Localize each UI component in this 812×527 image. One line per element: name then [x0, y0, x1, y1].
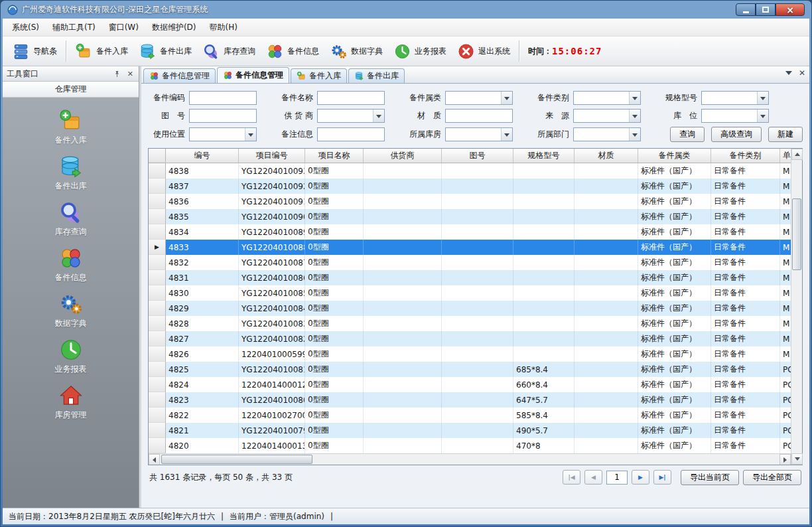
- material-input[interactable]: [445, 109, 513, 123]
- page-number-input[interactable]: [606, 471, 628, 485]
- sidebar-item-parts-info[interactable]: 备件信息: [55, 246, 87, 283]
- sidebar-item-parts-in[interactable]: 备件入库: [55, 108, 87, 146]
- supplier-select[interactable]: [317, 109, 385, 123]
- row-selector[interactable]: [149, 163, 166, 179]
- toolbar-exit-system-button[interactable]: 退出系统: [452, 40, 515, 63]
- row-selector[interactable]: [149, 270, 166, 285]
- sidebar-item-parts-out[interactable]: 备件出库: [55, 154, 87, 192]
- table-row[interactable]: 482212204010027000型圈585*8.4标准件（国产）日常备件PC: [149, 408, 791, 423]
- row-selector[interactable]: [149, 285, 166, 301]
- table-row[interactable]: 4834YG122040100890型圈标准件（国产）日常备件M: [149, 224, 791, 240]
- table-row[interactable]: 482012204014000130型圈470*8标准件（国产）日常备件PC: [149, 438, 791, 453]
- menu-item-system[interactable]: 系统(S): [5, 19, 46, 37]
- horizontal-scrollbar[interactable]: [149, 453, 791, 465]
- table-row[interactable]: 4828YG122040100830型圈标准件（国产）日常备件M: [149, 316, 791, 331]
- table-row[interactable]: 4829YG122040100840型圈标准件（国产）日常备件M: [149, 301, 791, 316]
- menu-item-data-maintenance[interactable]: 数据维护(D): [145, 19, 203, 37]
- department-select[interactable]: [573, 127, 641, 141]
- scroll-up-button[interactable]: [791, 149, 803, 160]
- vertical-scrollbar[interactable]: [791, 149, 802, 465]
- row-selector[interactable]: [149, 423, 166, 438]
- row-selector[interactable]: [149, 316, 166, 331]
- part-category-select[interactable]: [445, 91, 513, 105]
- remark-input[interactable]: [317, 127, 385, 141]
- table-row[interactable]: 4823YG122040100800型圈647*5.7标准件（国产）日常备件PC: [149, 392, 791, 408]
- table-row[interactable]: 4821YG122040100790型圈490*5.7标准件（国产）日常备件PC: [149, 423, 791, 438]
- table-row[interactable]: 482412204014000120型圈660*8.4标准件（国产）日常备件PC: [149, 377, 791, 392]
- horizontal-scroll-thumb[interactable]: [161, 455, 312, 464]
- toolbar-stock-query-button[interactable]: 库存查询: [197, 40, 261, 63]
- tab-parts-in[interactable]: 备件入库: [291, 68, 347, 83]
- row-selector[interactable]: [149, 408, 166, 423]
- menu-item-window[interactable]: 窗口(W): [102, 19, 145, 37]
- table-row[interactable]: 4836YG122040100910型圈标准件（国产）日常备件M: [149, 194, 791, 209]
- toolbar-navbar-button[interactable]: 导航条: [7, 40, 62, 63]
- table-row[interactable]: 4832YG122040100870型圈标准件（国产）日常备件M: [149, 255, 791, 270]
- horizontal-scroll-track[interactable]: [160, 454, 779, 465]
- maximize-button[interactable]: [756, 3, 776, 16]
- sidebar-item-warehouse-manage[interactable]: 库房管理: [55, 383, 87, 421]
- sidebar-item-data-dict[interactable]: 数据字典: [55, 291, 87, 329]
- toolbar-parts-in-button[interactable]: 备件入库: [70, 40, 133, 63]
- tab-parts-info-manage-1[interactable]: 备件信息管理: [143, 68, 216, 83]
- row-selector[interactable]: ▶: [149, 240, 166, 255]
- row-selector[interactable]: [149, 331, 166, 346]
- query-button[interactable]: 查询: [670, 127, 705, 142]
- export-all-pages-button[interactable]: 导出全部页: [743, 470, 801, 485]
- table-row[interactable]: 4838YG122040100930型圈标准件（国产）日常备件M: [149, 163, 791, 179]
- row-selector[interactable]: [149, 194, 166, 209]
- minimize-button[interactable]: [736, 3, 756, 16]
- toolbar-parts-out-button[interactable]: 备件出库: [133, 40, 197, 63]
- scroll-left-button[interactable]: [149, 454, 160, 465]
- use-position-select[interactable]: [189, 127, 257, 141]
- row-selector[interactable]: [149, 392, 166, 408]
- spec-model-select[interactable]: [701, 91, 769, 105]
- table-row[interactable]: 482612204010005990型圈标准件（国产）日常备件M: [149, 346, 791, 362]
- menu-item-tools[interactable]: 辅助工具(T): [46, 19, 102, 37]
- last-page-button[interactable]: [653, 470, 671, 485]
- warehouse-select[interactable]: [445, 127, 513, 141]
- first-page-button[interactable]: [563, 470, 580, 485]
- scroll-right-button[interactable]: [779, 454, 791, 465]
- row-selector[interactable]: [149, 362, 166, 377]
- scroll-down-button[interactable]: [791, 453, 803, 465]
- toolbar-business-report-button[interactable]: 业务报表: [388, 40, 452, 63]
- row-selector[interactable]: [149, 346, 166, 362]
- source-select[interactable]: [573, 109, 641, 123]
- location-select[interactable]: [701, 109, 769, 123]
- close-icon[interactable]: ✕: [126, 70, 135, 78]
- table-row[interactable]: 4831YG122040100860型圈标准件（国产）日常备件M: [149, 270, 791, 285]
- row-selector[interactable]: [149, 179, 166, 194]
- toolbar-parts-info-button[interactable]: 备件信息: [261, 40, 324, 63]
- vertical-scroll-thumb[interactable]: [792, 198, 801, 270]
- tab-parts-out[interactable]: 备件出库: [348, 68, 405, 83]
- row-selector[interactable]: [149, 301, 166, 316]
- part-type-select[interactable]: [573, 91, 641, 105]
- pin-icon[interactable]: [112, 70, 122, 78]
- table-row[interactable]: 4835YG122040100900型圈标准件（国产）日常备件M: [149, 209, 791, 224]
- table-row[interactable]: 4830YG122040100850型圈标准件（国产）日常备件M: [149, 285, 791, 301]
- row-selector[interactable]: [149, 224, 166, 240]
- table-row[interactable]: 4837YG122040100920型圈标准件（国产）日常备件M: [149, 179, 791, 194]
- table-row[interactable]: 4827YG122040100820型圈标准件（国产）日常备件M: [149, 331, 791, 346]
- vertical-scroll-track[interactable]: [791, 160, 802, 453]
- toolbar-data-dict-button[interactable]: 数据字典: [324, 40, 388, 63]
- table-row[interactable]: ▶4833YG122040100880型圈标准件（国产）日常备件M: [149, 240, 791, 255]
- drawing-no-input[interactable]: [189, 109, 257, 123]
- previous-page-button[interactable]: [584, 470, 602, 485]
- chevron-down-icon[interactable]: [785, 71, 792, 78]
- row-selector[interactable]: [149, 209, 166, 224]
- close-button[interactable]: ×: [776, 3, 805, 16]
- row-selector[interactable]: [149, 255, 166, 270]
- new-button[interactable]: 新建: [768, 127, 803, 142]
- row-selector[interactable]: [149, 377, 166, 392]
- sidebar-item-business-report[interactable]: 业务报表: [55, 337, 87, 375]
- part-code-input[interactable]: [189, 91, 257, 105]
- table-row[interactable]: 4825YG122040100810型圈685*8.4标准件（国产）日常备件PC: [149, 362, 791, 377]
- sidebar-item-stock-query[interactable]: 库存查询: [55, 200, 87, 238]
- tab-parts-info-manage-2[interactable]: 备件信息管理: [217, 67, 289, 83]
- next-page-button[interactable]: [632, 470, 649, 485]
- advanced-query-button[interactable]: 高级查询: [711, 127, 762, 142]
- tab-close-icon[interactable]: ✕: [799, 69, 805, 77]
- row-selector[interactable]: [149, 438, 166, 453]
